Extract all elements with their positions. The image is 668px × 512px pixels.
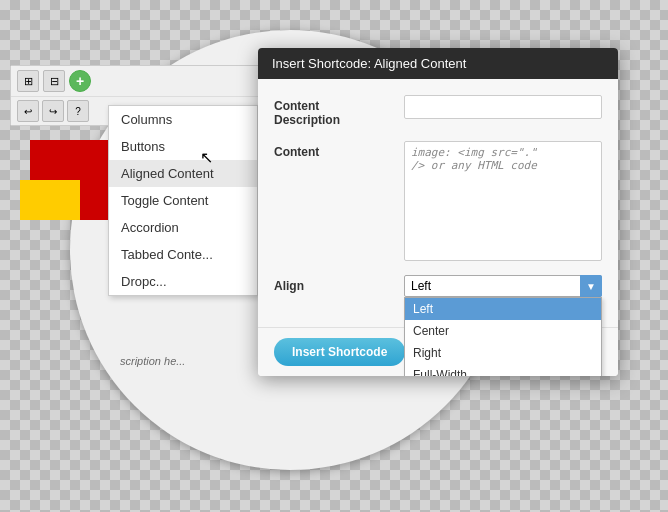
- help-btn[interactable]: ?: [67, 100, 89, 122]
- shortcode-dropdown-menu: Columns Buttons Aligned Content Toggle C…: [108, 105, 258, 296]
- content-description-label: ContentDescription: [274, 95, 404, 127]
- modal-header: Insert Shortcode: Aligned Content: [258, 48, 618, 79]
- redo-btn[interactable]: ↪: [42, 100, 64, 122]
- modal-title: Insert Shortcode: Aligned Content: [272, 56, 466, 71]
- align-row: Align Left ▼ Left Center Right Full-Widt…: [274, 275, 602, 297]
- menu-item-accordion[interactable]: Accordion: [109, 214, 257, 241]
- align-option-fullwidth[interactable]: Full-Width: [405, 364, 601, 376]
- table-icon-btn[interactable]: ⊟: [43, 70, 65, 92]
- align-dropdown-arrow[interactable]: ▼: [580, 275, 602, 297]
- align-option-right[interactable]: Right: [405, 342, 601, 364]
- toolbar-top-row: ⊞ ⊟ +: [11, 66, 269, 97]
- content-preview: [10, 130, 120, 250]
- content-label: Content: [274, 141, 404, 159]
- insert-shortcode-modal: Insert Shortcode: Aligned Content Conten…: [258, 48, 618, 376]
- undo-btn[interactable]: ↩: [17, 100, 39, 122]
- content-description-row: ContentDescription: [274, 95, 602, 127]
- menu-item-toggle-content[interactable]: Toggle Content: [109, 187, 257, 214]
- align-option-left[interactable]: Left: [405, 298, 601, 320]
- menu-item-columns[interactable]: Columns: [109, 106, 257, 133]
- align-selected-value: Left: [411, 279, 431, 293]
- align-label: Align: [274, 275, 404, 293]
- align-options-dropdown: Left Center Right Full-Width: [404, 297, 602, 376]
- background-text: scription he...: [120, 355, 185, 367]
- menu-item-aligned-content[interactable]: Aligned Content: [109, 160, 257, 187]
- modal-body: ContentDescription Content image: <img s…: [258, 79, 618, 327]
- align-select-wrapper: Left ▼ Left Center Right Full-Width: [404, 275, 602, 297]
- content-description-input[interactable]: [404, 95, 602, 119]
- menu-item-tabbed-content[interactable]: Tabbed Conte...: [109, 241, 257, 268]
- insert-shortcode-button[interactable]: Insert Shortcode: [274, 338, 405, 366]
- menu-item-dropcap[interactable]: Dropc...: [109, 268, 257, 295]
- content-textarea[interactable]: image: <img src="." /> or any HTML code: [404, 141, 602, 261]
- menu-item-buttons[interactable]: Buttons: [109, 133, 257, 160]
- align-option-center[interactable]: Center: [405, 320, 601, 342]
- yellow-block: [20, 180, 80, 220]
- content-row: Content image: <img src="." /> or any HT…: [274, 141, 602, 261]
- align-select[interactable]: Left ▼: [404, 275, 602, 297]
- add-btn[interactable]: +: [69, 70, 91, 92]
- grid-icon-btn[interactable]: ⊞: [17, 70, 39, 92]
